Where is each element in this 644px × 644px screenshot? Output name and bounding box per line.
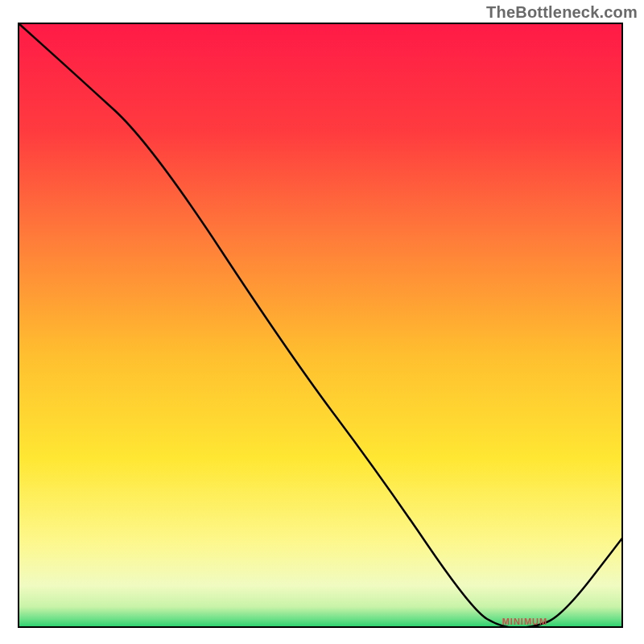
chart-plot-area: MINIMUM — [18, 23, 623, 628]
chart-background — [18, 23, 623, 628]
chart-svg — [18, 23, 623, 628]
attribution-text: TheBottleneck.com — [486, 3, 638, 22]
